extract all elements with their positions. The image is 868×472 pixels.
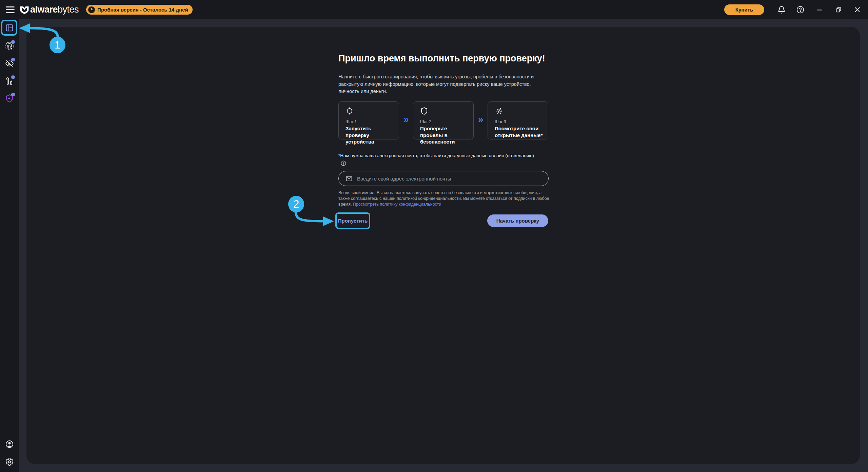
logo-text-light: bytes — [58, 4, 79, 15]
logo-m-icon — [19, 5, 29, 15]
notification-dot — [11, 75, 15, 79]
start-scan-button[interactable]: Начать проверку — [487, 214, 548, 227]
step-title: Проверьте пробелы в безопасности — [420, 125, 469, 145]
sidebar-item-account-icon[interactable] — [5, 440, 14, 449]
annotation-step-1-badge: 1 — [50, 37, 65, 53]
info-icon[interactable] — [340, 160, 347, 166]
app-window: alwarebytes Пробная версия - Осталось 14… — [0, 0, 868, 472]
step-chevron-icon: » — [476, 114, 486, 125]
email-input-container — [338, 171, 549, 186]
step-title: Посмотрите свои открытые данные* — [495, 125, 543, 138]
sidebar-item-identity-fingerprint-icon[interactable] — [5, 41, 14, 50]
step-card-3: Шаг 3 Посмотрите свои открытые данные* — [488, 101, 548, 139]
step-label: Шаг 1 — [346, 119, 394, 124]
step-title: Запустить проверку устройства — [346, 125, 394, 145]
notification-dot — [11, 58, 15, 61]
hamburger-menu-icon[interactable] — [6, 6, 15, 13]
trial-badge-label: Пробная версия - Осталось 14 дней — [97, 7, 188, 13]
envelope-icon — [346, 175, 353, 182]
email-input[interactable] — [357, 176, 542, 182]
help-icon[interactable] — [796, 5, 805, 14]
intro-description: Начните с быстрого сканирования, чтобы в… — [338, 73, 549, 95]
step-label: Шаг 3 — [495, 119, 543, 124]
minimize-window-icon[interactable] — [815, 5, 824, 14]
step-card-2: Шаг 2 Проверьте пробелы в безопасности — [413, 101, 474, 139]
annotation-step-2-badge: 2 — [288, 196, 304, 212]
logo-text-bold: alware — [30, 4, 58, 15]
sidebar-item-toolbox-icon[interactable] — [5, 77, 14, 86]
sidebar-item-privacy-eye-off-icon[interactable] — [5, 59, 14, 68]
privacy-policy-link[interactable]: Просмотреть политику конфиденциальности — [353, 202, 441, 207]
malwarebytes-logo: alwarebytes — [19, 4, 79, 15]
sidebar-item-settings-gear-icon[interactable] — [5, 457, 14, 466]
step-card-1: Шаг 1 Запустить проверку устройства — [338, 101, 399, 139]
skip-button[interactable]: Пропустить — [337, 214, 369, 228]
clock-icon — [88, 6, 95, 13]
sidebar-item-trusted-advisor-shield-icon[interactable] — [5, 94, 14, 103]
close-window-icon[interactable] — [853, 5, 862, 14]
page-title: Пришло время выполнить первую проверку! — [338, 53, 576, 64]
sidebar — [0, 19, 19, 472]
disclaimer-text: Вводя свой имейл, Вы соглашаетесь получа… — [338, 190, 551, 207]
email-note: *Нам нужна ваша электронная почта, чтобы… — [338, 153, 555, 158]
security-shield-icon — [420, 107, 428, 115]
step-chevron-icon: » — [401, 114, 411, 125]
titlebar: alwarebytes Пробная версия - Осталось 14… — [0, 0, 868, 19]
step-label: Шаг 2 — [420, 119, 469, 124]
buy-button[interactable]: Купить — [724, 4, 764, 15]
scan-target-icon — [346, 107, 354, 115]
notifications-bell-icon[interactable] — [777, 5, 786, 14]
trial-badge: Пробная версия - Осталось 14 дней — [86, 5, 193, 15]
notification-dot — [11, 93, 15, 96]
titlebar-controls: Купить — [724, 4, 868, 15]
exposed-data-fingerprint-icon — [495, 107, 503, 115]
sidebar-item-dashboard-icon[interactable] — [5, 23, 14, 32]
notification-dot — [11, 40, 15, 44]
restore-window-icon[interactable] — [834, 5, 843, 14]
